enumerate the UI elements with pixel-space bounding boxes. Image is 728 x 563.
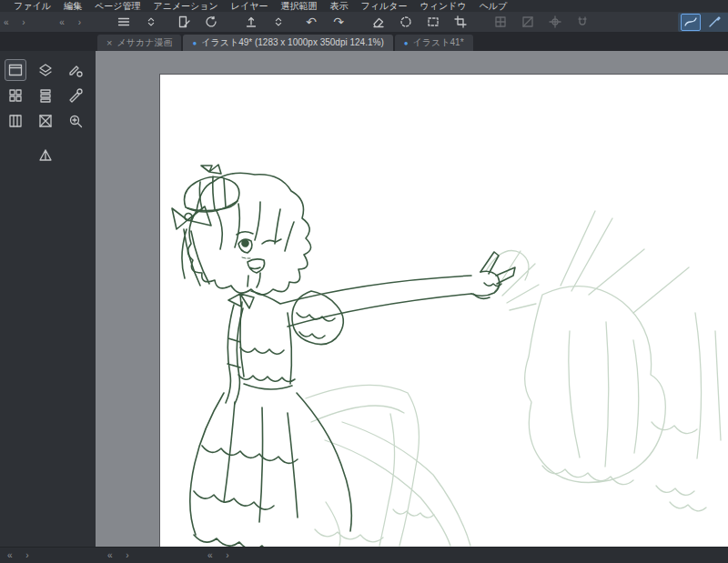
drawing-canvas[interactable] xyxy=(160,75,728,547)
status-bar: « › « › « › xyxy=(0,547,728,563)
eraser-icon[interactable] xyxy=(369,14,389,31)
command-bar: « › « › ↶ xyxy=(0,12,728,33)
sync-icon[interactable] xyxy=(201,14,221,31)
toolbar-icons: ↶ ↷ xyxy=(96,13,728,32)
panel-toggle[interactable]: « › xyxy=(207,550,308,560)
panel-collapse-toggles-top: « › « › xyxy=(0,17,96,27)
panel-toggle[interactable]: « › xyxy=(7,550,107,560)
sub-tool-icon[interactable] xyxy=(65,85,86,106)
menu-animation[interactable]: アニメーション xyxy=(147,0,224,13)
mesh-icon xyxy=(518,14,538,31)
pen-settings-icon[interactable] xyxy=(65,59,86,81)
pen-mode-group xyxy=(678,13,728,32)
menu-edit[interactable]: 編集 xyxy=(57,0,88,13)
panel-toggle[interactable]: « › xyxy=(107,550,207,560)
modified-dot-icon: ● xyxy=(404,39,409,47)
undo-icon[interactable]: ↶ xyxy=(301,14,321,31)
menu-layer[interactable]: レイヤー xyxy=(225,0,275,13)
tab-illust49[interactable]: ● イラスト49* (1283 x 1000px 350dpi 124.1%) xyxy=(183,35,392,51)
size-stepper-icon[interactable] xyxy=(141,14,161,31)
menu-filter[interactable]: フィルター xyxy=(355,0,414,13)
clear-icon[interactable] xyxy=(35,110,56,132)
modified-dot-icon: ● xyxy=(192,39,197,47)
tool-window-icon[interactable] xyxy=(5,59,26,81)
straight-pen-icon[interactable] xyxy=(704,14,724,31)
canvas-workspace[interactable] xyxy=(96,51,728,547)
ellipse-select-icon[interactable] xyxy=(396,14,416,31)
canvas-artwork xyxy=(160,75,728,547)
menu-selection[interactable]: 選択範囲 xyxy=(275,0,324,13)
app-window: ファイル 編集 ページ管理 アニメーション レイヤー 選択範囲 表示 フィルター… xyxy=(0,0,728,563)
menu-file[interactable]: ファイル xyxy=(7,0,57,13)
crop-icon[interactable] xyxy=(450,14,470,31)
tool-palette xyxy=(0,51,96,547)
zoom-icon[interactable] xyxy=(65,110,86,132)
grid-icon xyxy=(490,14,511,31)
tab-illust41[interactable]: ● イラスト41* xyxy=(395,35,473,51)
document-tab-bar: × メサカナ漫画 ● イラスト49* (1283 x 1000px 350dpi… xyxy=(0,33,728,51)
main-area xyxy=(0,51,728,547)
panel-toggle[interactable]: « › xyxy=(59,17,86,27)
ink-layer xyxy=(172,165,515,547)
new-page-icon[interactable] xyxy=(174,14,194,31)
guides-icon xyxy=(545,14,565,31)
layer-panels-icon[interactable] xyxy=(35,85,56,106)
tab-mesakana-manga[interactable]: × メサカナ漫画 xyxy=(97,35,181,51)
tab-label: イラスト41* xyxy=(413,36,464,49)
tab-label: メサカナ漫画 xyxy=(116,36,172,49)
panel-toggle[interactable]: « › xyxy=(4,17,31,27)
menu-page-manage[interactable]: ページ管理 xyxy=(88,0,147,13)
menu-window[interactable]: ウィンドウ xyxy=(413,0,472,13)
menu-view[interactable]: 表示 xyxy=(324,0,355,13)
redo-icon[interactable]: ↷ xyxy=(329,14,349,31)
curve-pen-icon[interactable] xyxy=(681,14,701,31)
color-swatches-icon[interactable] xyxy=(5,85,26,106)
layer-stack-icon[interactable] xyxy=(35,59,56,81)
material-ruler-icon[interactable] xyxy=(35,144,56,166)
tab-label: イラスト49* (1283 x 1000px 350dpi 124.1%) xyxy=(201,36,384,49)
rect-marquee-icon[interactable] xyxy=(423,14,443,31)
snap-icon xyxy=(572,14,592,31)
menu-help[interactable]: ヘルプ xyxy=(473,0,514,13)
value-stepper-icon[interactable] xyxy=(268,14,288,31)
main-menu-icon[interactable] xyxy=(114,14,134,31)
pattern-icon[interactable] xyxy=(5,110,26,132)
export-icon[interactable] xyxy=(241,14,261,31)
close-icon[interactable]: × xyxy=(106,37,112,48)
menu-bar: ファイル 編集 ページ管理 アニメーション レイヤー 選択範囲 表示 フィルター… xyxy=(0,0,728,12)
sketch-layer xyxy=(306,211,721,546)
